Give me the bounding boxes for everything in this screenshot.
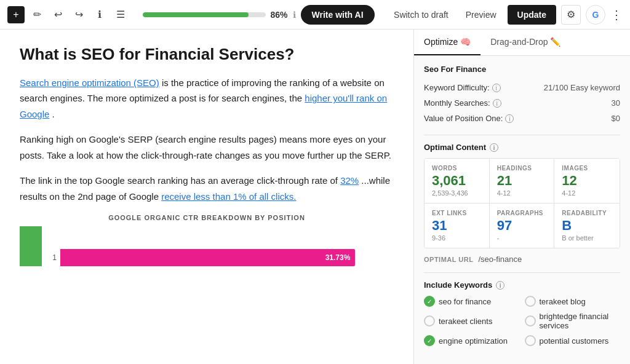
sidebar-tabs: Optimize 🧠 Drag-and-Drop ✏️	[414, 30, 630, 56]
keyword-item-terakeet-blog: terakeet blog	[525, 296, 621, 307]
paragraph-3: The link in the top Google search rankin…	[20, 173, 394, 204]
redo-button[interactable]: ↪	[70, 6, 87, 23]
optimal-content-header: Optimal Content i	[424, 143, 620, 152]
chart-area: GOOGLE ORGANIC CTR BREAKDOWN BY POSITION…	[20, 214, 394, 269]
optimal-content-grid: WORDS 3,061 2,539-3,436 HEADINGS 21 4-12…	[424, 158, 620, 248]
optimal-content-title: Optimal Content	[424, 143, 486, 152]
keyword-label-engine-optimization: engine optimization	[439, 336, 508, 346]
chart-title: GOOGLE ORGANIC CTR BREAKDOWN BY POSITION	[20, 214, 394, 221]
info-button[interactable]: ℹ	[91, 6, 108, 23]
value-position-label: Value of Position One: i	[424, 114, 612, 123]
keyword-label-terakeet-blog: terakeet blog	[540, 297, 586, 306]
google-button[interactable]: G	[586, 5, 605, 25]
update-button[interactable]: Update	[508, 5, 556, 25]
keyword-section: Seo For Finance Keyword Difficulty: i 21…	[424, 65, 620, 126]
tab-optimize[interactable]: Optimize 🧠	[414, 30, 480, 55]
keyword-label-brightedge: brightedge financial services	[540, 312, 621, 330]
keywords-grid: ✓ seo for finance terakeet blog terakeet…	[424, 296, 620, 346]
keyword-label-terakeet-clients: terakeet clients	[439, 317, 492, 326]
keyword-item-potential-customers: potential customers	[525, 335, 621, 346]
chart-pink-bar: 31.73%	[60, 249, 355, 266]
circle-icon-potential-customers	[525, 335, 536, 346]
value-position-value: $0	[612, 114, 620, 123]
keyword-item-engine-optimization: ✓ engine optimization	[424, 335, 520, 346]
optimal-cell-headings: HEADINGS 21 4-12	[490, 159, 555, 204]
keyword-difficulty-value: 21/100 Easy keyword	[544, 83, 620, 92]
keyword-section-title: Seo For Finance	[424, 65, 620, 74]
keyword-item-seo-finance: ✓ seo for finance	[424, 296, 520, 307]
include-keywords-header: Include Keywords i	[424, 280, 620, 290]
optimal-url-label: OPTIMAL URL	[424, 256, 473, 263]
paragraph-1: Search engine optimization (SEO) is the …	[20, 75, 394, 122]
check-icon-seo-finance: ✓	[424, 296, 435, 307]
circle-icon-brightedge	[525, 315, 536, 326]
monthly-searches-info-icon[interactable]: i	[493, 99, 501, 108]
add-button[interactable]: +	[7, 6, 25, 23]
undo-button[interactable]: ↩	[49, 6, 66, 23]
keyword-label-seo-finance: seo for finance	[439, 297, 491, 306]
include-keywords-title: Include Keywords	[424, 280, 492, 290]
include-keywords-section: Include Keywords i ✓ seo for finance ter…	[424, 280, 620, 346]
sidebar-content: Seo For Finance Keyword Difficulty: i 21…	[414, 56, 630, 355]
ctr-32-link[interactable]: 32%	[340, 175, 359, 186]
value-position-row: Value of Position One: i $0	[424, 111, 620, 126]
progress-bar-container	[143, 12, 266, 17]
settings-button[interactable]: ⚙	[561, 5, 581, 25]
preview-button[interactable]: Preview	[460, 6, 503, 23]
editor-area: What is SEO for Financial Services? Sear…	[0, 30, 413, 364]
article-heading: What is SEO for Financial Services?	[20, 44, 394, 65]
edit-button[interactable]: ✏	[28, 6, 46, 23]
switch-draft-button[interactable]: Switch to draft	[388, 6, 455, 23]
include-keywords-info-icon[interactable]: i	[496, 281, 504, 290]
keyword-item-brightedge: brightedge financial services	[525, 312, 621, 330]
main-layout: What is SEO for Financial Services? Sear…	[0, 30, 630, 364]
toolbar-left: + ✏ ↩ ↪ ℹ ☰	[7, 6, 129, 23]
optimal-cell-words: WORDS 3,061 2,539-3,436	[425, 159, 490, 204]
progress-percent: 86%	[271, 10, 288, 20]
chart-green-bar	[20, 226, 42, 266]
tab-dragdrop[interactable]: Drag-and-Drop ✏️	[480, 30, 570, 55]
less-1pct-link[interactable]: receive less than 1% of all clicks.	[161, 191, 296, 202]
chart-bar-percent: 31.73%	[325, 253, 351, 262]
optimal-url-value: /seo-finance	[478, 255, 522, 264]
monthly-searches-row: Monthly Searches: i 30	[424, 95, 620, 111]
para1-end: .	[52, 109, 55, 119]
paragraph-2: Ranking high on Google's SERP (search en…	[20, 132, 394, 163]
keyword-difficulty-row: Keyword Difficulty: i 21/100 Easy keywor…	[424, 80, 620, 95]
optimal-content-section: Optimal Content i WORDS 3,061 2,539-3,43…	[424, 143, 620, 264]
toolbar: + ✏ ↩ ↪ ℹ ☰ 86% ℹ Write with AI Switch t…	[0, 0, 630, 30]
keyword-difficulty-label: Keyword Difficulty: i	[424, 83, 544, 92]
progress-bar-fill	[143, 12, 249, 17]
toolbar-right: Switch to draft Preview Update ⚙ G ⋮	[388, 5, 623, 25]
divider-2	[424, 272, 620, 273]
keyword-item-terakeet-clients: terakeet clients	[424, 312, 520, 330]
optimal-cell-readability: READABILITY B B or better	[554, 204, 620, 248]
list-button[interactable]: ☰	[112, 6, 129, 23]
optimal-cell-ext-links: EXT LINKS 31 9-36	[425, 204, 490, 248]
circle-icon-terakeet-clients	[424, 315, 435, 326]
keyword-difficulty-info-icon[interactable]: i	[492, 84, 501, 92]
optimal-url-row: OPTIMAL URL /seo-finance	[424, 255, 620, 264]
divider-1	[424, 135, 620, 135]
optimal-cell-images: IMAGES 12 4-12	[554, 159, 620, 204]
monthly-searches-label: Monthly Searches: i	[424, 98, 612, 108]
progress-info-icon[interactable]: ℹ	[293, 10, 296, 20]
keyword-label-potential-customers: potential customers	[540, 336, 609, 346]
value-position-info-icon[interactable]: i	[505, 114, 514, 123]
circle-icon-terakeet-blog	[525, 296, 536, 307]
optimal-content-info-icon[interactable]: i	[490, 143, 498, 152]
progress-area: 86% ℹ Write with AI	[134, 5, 383, 25]
more-options-button[interactable]: ⋮	[610, 7, 623, 22]
optimal-cell-paragraphs: PARAGRAPHS 97 -	[490, 204, 555, 248]
check-icon-engine-optimization: ✓	[424, 335, 435, 346]
seo-link[interactable]: Search engine optimization (SEO)	[20, 77, 159, 88]
sidebar: Optimize 🧠 Drag-and-Drop ✏️ Seo For Fina…	[413, 30, 630, 364]
para3-text1: The link in the top Google search rankin…	[20, 175, 340, 186]
chart-row-label: 1	[47, 253, 57, 262]
monthly-searches-value: 30	[612, 98, 620, 108]
write-ai-button[interactable]: Write with AI	[301, 5, 375, 25]
